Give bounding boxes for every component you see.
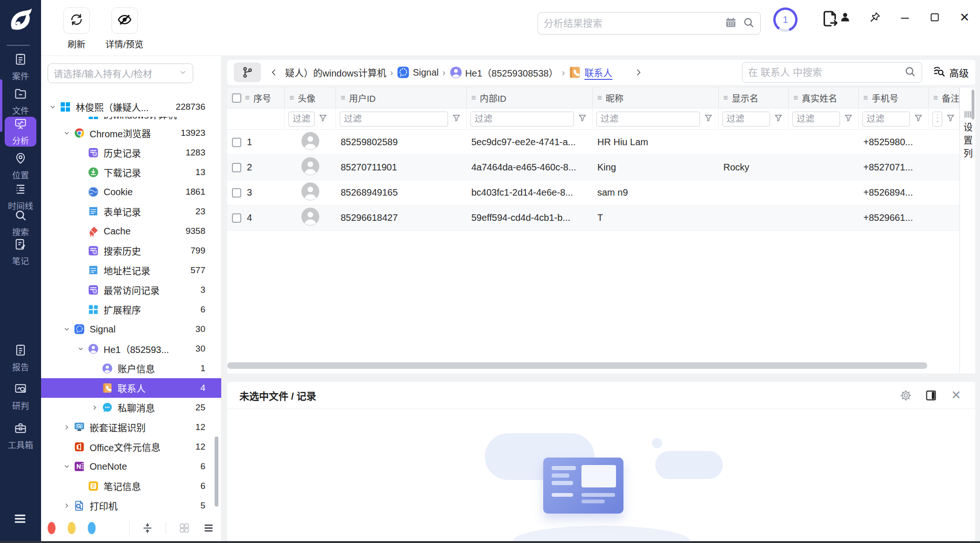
row-checkbox[interactable] <box>232 163 241 172</box>
column-header-nickname[interactable]: ≡昵称 <box>593 88 719 108</box>
preview-toggle-button[interactable]: 详情/预览 <box>105 7 143 50</box>
horizontal-scrollbar[interactable] <box>227 362 959 369</box>
column-header-display_name[interactable]: ≡显示名 <box>719 88 789 108</box>
grid-view-icon[interactable] <box>178 522 190 534</box>
table-row[interactable]: 2852707119014a7464da-e465-460c-8...KingR… <box>227 155 975 180</box>
chevron-down-icon[interactable] <box>62 128 72 138</box>
user-account-icon[interactable] <box>838 10 852 24</box>
menu-icon[interactable] <box>11 512 30 528</box>
breadcrumb-item[interactable]: 疑人）的windows计算机 <box>285 66 386 79</box>
sidebar-item-analysis[interactable]: 分析 <box>5 117 36 147</box>
tree-scrollbar[interactable] <box>215 437 218 507</box>
breadcrumb-item[interactable]: 联系人 <box>568 66 612 79</box>
pin-icon[interactable] <box>868 10 882 24</box>
select-all-checkbox[interactable] <box>232 93 241 103</box>
column-header-index[interactable]: ≡序号 <box>227 88 285 108</box>
tree-item[interactable]: 的windows计算机 <box>41 117 221 123</box>
column-header-user_id[interactable]: ≡用户ID <box>336 88 467 108</box>
chevron-down-icon[interactable] <box>76 344 86 354</box>
funnel-icon[interactable] <box>318 113 328 125</box>
holder-picker-select[interactable]: 请选择/输入持有人/检材 <box>48 63 193 83</box>
dot-yellow[interactable] <box>68 522 76 534</box>
sidebar-item-search[interactable]: 搜索 <box>5 208 36 238</box>
refresh-button[interactable]: 刷新 <box>63 7 90 50</box>
sidebar-item-files[interactable]: 文件 <box>5 87 36 117</box>
table-row[interactable]: 385268949165bc403fc1-2d14-4e6e-8...sam n… <box>227 180 975 205</box>
column-settings-button[interactable]: 设置列 <box>959 88 975 374</box>
tree-item[interactable]: 搜索历史799 <box>41 241 221 261</box>
tree-item[interactable]: 打印机5 <box>41 496 221 515</box>
dot-red[interactable] <box>48 522 56 534</box>
calendar-icon[interactable] <box>725 16 737 30</box>
filter-input-nickname[interactable] <box>596 112 700 127</box>
table-row[interactable]: 48529661842759eff594-cd4d-4cb1-b...T+852… <box>227 205 975 231</box>
filter-input-phone[interactable] <box>862 112 910 127</box>
funnel-icon[interactable] <box>946 113 955 125</box>
filter-input-internal_id[interactable] <box>470 112 574 127</box>
funnel-icon[interactable] <box>914 113 923 125</box>
tree-item[interactable]: 地址栏记录577 <box>41 261 221 280</box>
advanced-search-button[interactable]: 高级 <box>932 65 969 80</box>
list-view-icon[interactable] <box>203 522 215 534</box>
row-checkbox[interactable] <box>232 213 241 223</box>
dot-blue[interactable] <box>88 522 96 534</box>
chevron-right-icon[interactable] <box>62 501 72 511</box>
column-header-remark[interactable]: ≡备注 <box>929 88 959 108</box>
table-row[interactable]: 1852598025895ec9dc97-ee2e-4741-a...HR Hi… <box>227 130 975 155</box>
funnel-icon[interactable] <box>704 113 713 125</box>
collapse-all-icon[interactable] <box>141 522 154 534</box>
chevron-right-icon[interactable] <box>90 402 100 413</box>
tree-item[interactable]: Office文件元信息12 <box>41 437 221 457</box>
tree-item[interactable]: 账户信息1 <box>41 359 221 378</box>
filter-input-remark[interactable] <box>932 112 942 127</box>
sidebar-item-toolbox[interactable]: 工具箱 <box>5 421 36 451</box>
funnel-icon[interactable] <box>452 113 461 125</box>
sidebar-item-judge[interactable]: 研判 <box>5 382 36 412</box>
tree-item[interactable]: 历史记录1283 <box>41 143 221 162</box>
tree-item[interactable]: Cache9358 <box>41 221 221 241</box>
sidebar-item-notes[interactable]: 笔记 <box>5 237 36 267</box>
tree-item[interactable]: 林俊熙（嫌疑人...228736 <box>41 97 221 117</box>
tree-item[interactable]: 表单记录23 <box>41 202 221 221</box>
row-checkbox[interactable] <box>232 188 241 197</box>
tree-item[interactable]: 联系人4 <box>41 378 221 398</box>
search-icon[interactable] <box>904 65 916 79</box>
column-header-internal_id[interactable]: ≡内部ID <box>467 88 593 108</box>
breadcrumb-item[interactable]: Signal <box>397 66 439 79</box>
chevron-right-icon[interactable] <box>62 422 72 432</box>
tree-item[interactable]: 扩展程序6 <box>41 300 221 319</box>
sidebar-item-report[interactable]: 报告 <box>5 343 36 373</box>
gear-icon[interactable] <box>899 388 913 402</box>
tree-item[interactable]: 笔记信息6 <box>41 476 221 496</box>
funnel-icon[interactable] <box>578 113 587 125</box>
tree-item[interactable]: 嵌套证据识别12 <box>41 417 221 437</box>
search-icon[interactable] <box>742 16 755 30</box>
tree-item[interactable]: 最常访问记录3 <box>41 280 221 300</box>
tree-item[interactable]: 私聊消息25 <box>41 398 221 417</box>
filter-input-avatar[interactable] <box>288 112 315 127</box>
funnel-icon[interactable] <box>774 113 783 125</box>
vertical-scrollbar[interactable] <box>972 90 974 120</box>
table-search-input[interactable] <box>748 67 904 78</box>
tree-item[interactable]: Cookie1861 <box>41 182 221 202</box>
sidebar-item-timeline[interactable]: 时间线 <box>5 182 36 212</box>
column-header-phone[interactable]: ≡手机号 <box>859 88 929 108</box>
chevron-down-icon[interactable] <box>62 461 72 472</box>
chevron-down-icon[interactable] <box>62 324 72 334</box>
breadcrumb-back-icon[interactable] <box>269 68 279 77</box>
tree-item[interactable]: OneNote6 <box>41 457 221 476</box>
tree-item[interactable]: Chrome浏览器13923 <box>41 123 221 143</box>
sidebar-item-case[interactable]: 案件 <box>5 52 36 82</box>
funnel-icon[interactable] <box>844 113 853 125</box>
chevron-down-icon[interactable] <box>48 102 58 112</box>
maximize-button[interactable] <box>928 10 942 24</box>
close-button[interactable]: ✕ <box>958 10 972 24</box>
tree-item[interactable]: He1（852593...30 <box>41 339 221 359</box>
branch-view-button[interactable] <box>234 63 261 82</box>
filter-input-user_id[interactable] <box>340 112 448 127</box>
close-icon[interactable]: ✕ <box>949 388 963 402</box>
tree-item[interactable]: Signal30 <box>41 319 221 339</box>
column-header-real_name[interactable]: ≡真实姓名 <box>789 88 859 108</box>
analysis-search-input[interactable] <box>544 18 719 29</box>
filter-input-display_name[interactable] <box>722 112 770 127</box>
